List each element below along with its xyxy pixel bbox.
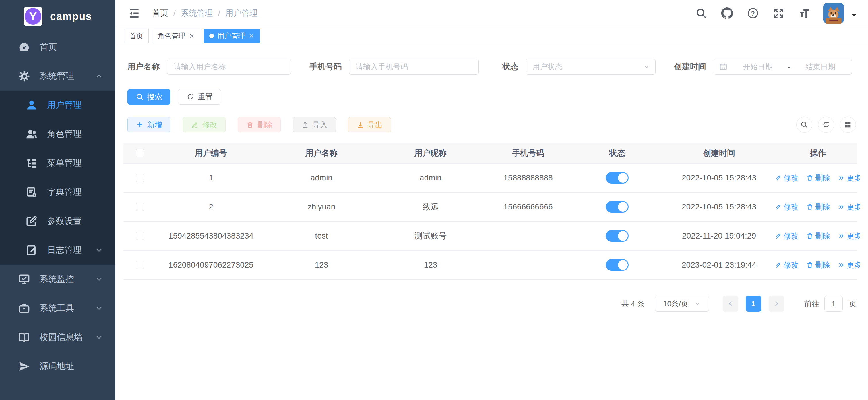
filter-form: 用户名称 手机号码 状态 创建时间 (127, 59, 857, 75)
start-date-input[interactable]: 开始日期 (732, 62, 784, 72)
row-edit-link[interactable]: 修改 (776, 202, 799, 212)
end-date-input[interactable]: 结束日期 (794, 62, 846, 72)
page-number-1[interactable]: 1 (746, 296, 761, 312)
gear-icon (18, 70, 30, 83)
table-toolbar: 新增 修改 删除 导入 导出 (127, 117, 857, 133)
sidebar-item-system-management[interactable]: 系统管理 (0, 61, 115, 90)
cell-user-id: 1594285543804383234 (156, 231, 266, 240)
date-range-picker[interactable]: 开始日期 - 结束日期 (714, 59, 852, 75)
user-menu[interactable] (823, 3, 858, 24)
sidebar: Y campus 首页 (0, 0, 115, 400)
sidebar-item-label: 系统监控 (40, 273, 74, 285)
close-icon[interactable] (248, 33, 255, 39)
reset-button-label: 重置 (198, 92, 213, 102)
pagination-total: 共 4 条 (621, 299, 645, 309)
row-edit-link[interactable]: 修改 (776, 231, 799, 241)
goto-page-input[interactable] (825, 296, 843, 312)
github-link-button[interactable] (721, 7, 733, 19)
sidebar-item-source-code[interactable]: 源码地址 (0, 352, 115, 381)
sidebar-item-dict-management[interactable]: 字典管理 (0, 178, 115, 207)
row-edit-link[interactable]: 修改 (776, 173, 799, 183)
status-toggle[interactable] (606, 259, 629, 271)
reset-button[interactable]: 重置 (178, 89, 221, 105)
sidebar-item-role-management[interactable]: 角色管理 (0, 119, 115, 148)
breadcrumb-system: 系统管理 (181, 8, 213, 19)
sidebar-item-system-monitor[interactable]: 系统监控 (0, 265, 115, 294)
delete-button[interactable]: 删除 (238, 117, 281, 133)
phone-input[interactable] (349, 59, 479, 75)
upload-icon (301, 121, 309, 129)
row-delete-link[interactable]: 删除 (806, 173, 830, 183)
next-page-button[interactable] (769, 296, 784, 312)
search-button[interactable]: 搜索 (127, 89, 170, 105)
cell-username: test (266, 231, 377, 240)
sidebar-item-log-management[interactable]: 日志管理 (0, 236, 115, 265)
font-size-button[interactable] (799, 7, 811, 19)
refresh-icon (186, 93, 194, 101)
sidebar-item-label: 用户管理 (47, 99, 82, 111)
row-more-link[interactable]: 更多 (838, 231, 860, 241)
import-button[interactable]: 导入 (293, 117, 336, 133)
sidebar-item-campus-wall[interactable]: 校园信息墙 (0, 323, 115, 352)
cell-create-time: 2023-02-01 23:19:44 (662, 260, 776, 269)
app-window: Y campus 首页 (0, 0, 868, 400)
status-toggle[interactable] (606, 230, 629, 242)
row-checkbox[interactable] (136, 232, 144, 240)
monitor-icon (18, 273, 30, 286)
sidebar-fold-icon[interactable] (128, 7, 141, 20)
sidebar-item-label: 校园信息墙 (40, 331, 83, 343)
edit-square-icon (25, 215, 38, 228)
column-settings-button[interactable] (840, 117, 856, 133)
sidebar-item-label: 角色管理 (47, 128, 82, 140)
toggle-search-button[interactable] (796, 117, 812, 133)
page-size-select[interactable]: 10条/页 (655, 296, 709, 312)
search-icon (800, 121, 808, 129)
sidebar-item-menu-management[interactable]: 菜单管理 (0, 148, 115, 178)
tab-role-management[interactable]: 角色管理 (152, 29, 200, 43)
app-logo[interactable]: Y campus (0, 0, 115, 32)
status-toggle[interactable] (606, 172, 629, 183)
tab-home[interactable]: 首页 (124, 29, 149, 43)
sidebar-item-system-tools[interactable]: 系统工具 (0, 294, 115, 323)
row-checkbox[interactable] (136, 203, 144, 211)
sidebar-item-home[interactable]: 首页 (0, 32, 115, 61)
export-button[interactable]: 导出 (348, 117, 391, 133)
filter-username: 用户名称 (127, 59, 291, 75)
table-tools (796, 117, 856, 133)
cell-username: admin (266, 173, 377, 182)
status-toggle[interactable] (606, 201, 629, 212)
paper-plane-icon (18, 360, 30, 373)
sidebar-item-user-management[interactable]: 用户管理 (0, 90, 115, 119)
status-select[interactable] (526, 59, 656, 75)
row-more-link[interactable]: 更多 (838, 260, 860, 270)
row-delete-link[interactable]: 删除 (806, 260, 830, 270)
column-header-create-time: 创建时间 (662, 148, 776, 159)
top-navbar: 首页 / 系统管理 / 用户管理 ? (115, 0, 868, 26)
refresh-table-button[interactable] (818, 117, 834, 133)
import-button-label: 导入 (313, 120, 328, 130)
search-icon (695, 7, 707, 19)
row-delete-link[interactable]: 删除 (806, 231, 830, 241)
row-checkbox[interactable] (136, 261, 144, 269)
cell-user-id: 2 (156, 202, 266, 211)
row-delete-link[interactable]: 删除 (806, 202, 830, 212)
fullscreen-button[interactable] (773, 7, 785, 19)
grid-icon (844, 121, 852, 129)
add-button[interactable]: 新增 (127, 117, 170, 133)
row-more-link[interactable]: 更多 (838, 202, 860, 212)
sidebar-item-param-settings[interactable]: 参数设置 (0, 207, 115, 236)
close-icon[interactable] (189, 33, 195, 39)
row-edit-link[interactable]: 修改 (776, 260, 799, 270)
prev-page-button[interactable] (723, 296, 738, 312)
help-button[interactable]: ? (747, 7, 759, 19)
select-all-checkbox[interactable] (136, 149, 144, 157)
username-input[interactable] (167, 59, 291, 75)
cell-phone: 15666666666 (484, 202, 572, 211)
header-search-button[interactable] (695, 7, 707, 19)
tab-user-management[interactable]: 用户管理 (204, 29, 260, 43)
edit-button[interactable]: 修改 (183, 117, 226, 133)
breadcrumb-home[interactable]: 首页 (152, 8, 168, 19)
row-more-link[interactable]: 更多 (838, 173, 860, 183)
open-book-icon (18, 331, 30, 344)
row-checkbox[interactable] (136, 174, 144, 182)
